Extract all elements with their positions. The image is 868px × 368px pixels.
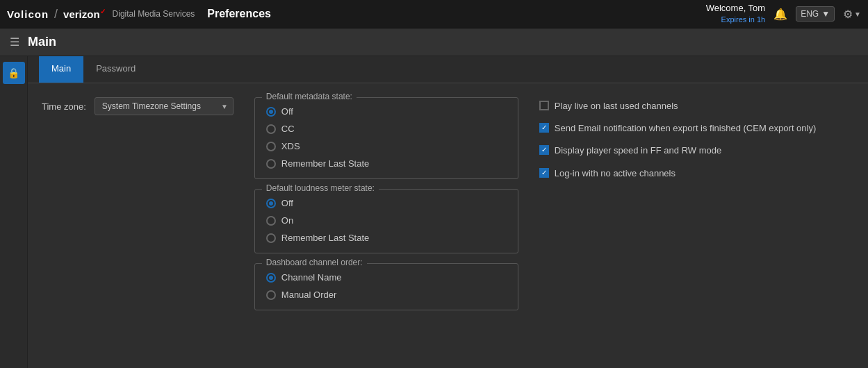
- chevron-down-icon: ▼: [821, 9, 830, 19]
- meta-off-item[interactable]: Off: [266, 106, 507, 117]
- loud-off-radio[interactable]: [266, 199, 276, 208]
- content-inner: Time zone: System Timezone Settings ▼ De…: [28, 83, 868, 334]
- meta-xds-item[interactable]: XDS: [266, 141, 507, 151]
- meta-xds-label: XDS: [281, 141, 300, 151]
- loud-on-label: On: [281, 215, 293, 226]
- dash-channel-label: Channel Name: [281, 272, 342, 283]
- loudness-legend: Default loudness meter state:: [262, 183, 379, 193]
- right-column: Play live on last used channels Send Ema…: [539, 97, 854, 320]
- send-email-checkbox[interactable]: [539, 123, 549, 133]
- dashboard-group: Dashboard channel order: Channel Name Ma…: [254, 263, 518, 310]
- middle-column: Default metadata state: Off CC XDS: [254, 97, 518, 320]
- dms-text: Digital Media Services: [113, 9, 195, 19]
- meta-cc-item[interactable]: CC: [266, 124, 507, 134]
- metadata-group: Default metadata state: Off CC XDS: [254, 97, 518, 179]
- content-area: Main Password Time zone: System Timezone…: [28, 56, 868, 368]
- sub-header: ☰ Main: [0, 28, 868, 56]
- metadata-legend: Default metadata state:: [262, 92, 357, 101]
- dash-channel-item[interactable]: Channel Name: [266, 272, 507, 283]
- meta-xds-radio[interactable]: [266, 142, 276, 151]
- play-live-checkbox[interactable]: [539, 101, 549, 110]
- login-no-channels-label: Log-in with no active channels: [555, 167, 675, 180]
- login-no-channels-item[interactable]: Log-in with no active channels: [539, 167, 854, 180]
- display-speed-label: Display player speed in FF and RW mode: [555, 144, 721, 157]
- verizon-logo: verizon✓: [63, 8, 106, 20]
- dash-manual-radio[interactable]: [266, 290, 276, 300]
- timezone-select[interactable]: System Timezone Settings: [95, 97, 234, 115]
- meta-off-radio[interactable]: [266, 107, 276, 117]
- page-title-header: Preferences: [207, 8, 271, 20]
- loud-remember-radio[interactable]: [266, 233, 276, 243]
- timezone-row: Time zone: System Timezone Settings ▼: [42, 97, 234, 115]
- main-layout: 🔒 Main Password Time zone: System Timezo…: [0, 56, 868, 368]
- login-no-channels-checkbox[interactable]: [539, 168, 549, 178]
- loud-on-radio[interactable]: [266, 216, 276, 226]
- dash-manual-label: Manual Order: [281, 290, 336, 300]
- bell-icon[interactable]: 🔔: [773, 8, 787, 21]
- timezone-select-wrapper: System Timezone Settings ▼: [95, 97, 234, 115]
- tab-bar: Main Password: [28, 56, 868, 83]
- welcome-info: Welcome, Tom Expires in 1h: [706, 3, 766, 24]
- dash-manual-item[interactable]: Manual Order: [266, 290, 507, 300]
- tab-password[interactable]: Password: [83, 56, 148, 83]
- sidebar-home-icon[interactable]: 🔒: [3, 62, 25, 84]
- hamburger-icon[interactable]: ☰: [10, 35, 19, 49]
- meta-remember-label: Remember Last State: [281, 158, 369, 169]
- header-left: Volicon / verizon✓ Digital Media Service…: [7, 7, 271, 22]
- settings-chevron-icon: ▼: [854, 10, 861, 18]
- loud-off-label: Off: [281, 198, 293, 208]
- sidebar: 🔒: [0, 56, 28, 368]
- send-email-label: Send Email notification when export is f…: [555, 122, 816, 135]
- section-title: Main: [28, 35, 56, 49]
- left-column: Time zone: System Timezone Settings ▼: [42, 97, 234, 320]
- app-header: Volicon / verizon✓ Digital Media Service…: [0, 0, 868, 28]
- loud-remember-label: Remember Last State: [281, 233, 369, 243]
- expires-text: Expires in 1h: [706, 15, 766, 24]
- meta-off-label: Off: [281, 106, 293, 117]
- header-right: Welcome, Tom Expires in 1h 🔔 ENG ▼ ⚙ ▼: [706, 3, 861, 24]
- play-live-item[interactable]: Play live on last used channels: [539, 100, 854, 112]
- meta-remember-radio[interactable]: [266, 159, 276, 169]
- welcome-name: Welcome, Tom: [706, 3, 766, 15]
- logo-slash: /: [54, 7, 58, 22]
- volicon-logo: Volicon: [7, 8, 49, 20]
- dash-channel-radio[interactable]: [266, 273, 276, 283]
- gear-icon: ⚙: [843, 8, 853, 21]
- tab-main[interactable]: Main: [39, 56, 83, 83]
- timezone-label: Time zone:: [42, 101, 86, 112]
- display-speed-item[interactable]: Display player speed in FF and RW mode: [539, 144, 854, 157]
- meta-cc-radio[interactable]: [266, 124, 276, 134]
- play-live-label: Play live on last used channels: [555, 100, 678, 112]
- display-speed-checkbox[interactable]: [539, 145, 549, 155]
- send-email-item[interactable]: Send Email notification when export is f…: [539, 122, 854, 135]
- loud-remember-item[interactable]: Remember Last State: [266, 233, 507, 243]
- dashboard-legend: Dashboard channel order:: [262, 258, 367, 267]
- loudness-group: Default loudness meter state: Off On Rem…: [254, 189, 518, 253]
- meta-remember-item[interactable]: Remember Last State: [266, 158, 507, 169]
- settings-button[interactable]: ⚙ ▼: [843, 8, 861, 21]
- meta-cc-label: CC: [281, 124, 295, 134]
- loud-on-item[interactable]: On: [266, 215, 507, 226]
- loud-off-item[interactable]: Off: [266, 198, 507, 208]
- language-selector[interactable]: ENG ▼: [796, 6, 835, 22]
